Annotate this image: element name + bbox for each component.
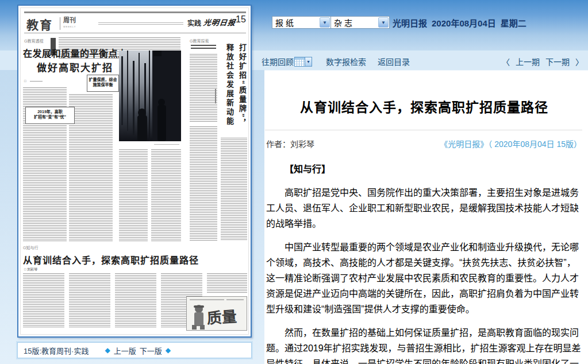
text-column-placeholder [69, 94, 113, 241]
bottom-byline: □ 刘彩琴 [24, 266, 37, 272]
article-meta: 作者：刘彩琴 《光明日报》（ 2020年08月04日 15版） [266, 138, 582, 149]
text-column-placeholder [119, 149, 148, 241]
text-column-placeholder [69, 273, 110, 328]
masthead-section: 教育 [26, 16, 53, 33]
vertical-byline-placeholder [215, 88, 216, 103]
issue-pager: 〈上一期下一期〉 [499, 56, 586, 67]
masthead-brand-logo: 光明日报 [203, 17, 237, 28]
construction-photo [119, 51, 181, 141]
weekly-en-label: WEEKLY [63, 24, 76, 30]
next-page-icon: ◆ [166, 346, 171, 354]
article-body: 【知与行】 高职扩招是党中央、国务院作出的重大决策部署，主要招生对象是进城务工人… [266, 161, 582, 364]
masthead-page-number: 15 [236, 14, 246, 25]
newspaper-select-value: 报 纸 [275, 17, 294, 28]
masthead-rule [24, 11, 246, 13]
page-label: 15版:教育周刊·实践 [24, 345, 89, 356]
magazine-select[interactable]: 杂 志 ▼ [330, 16, 390, 29]
prev-page-icon: ◆ [105, 346, 110, 354]
past-issues-link[interactable]: 往期回顾 [262, 56, 294, 67]
author-name: 刘彩琴 [290, 140, 314, 149]
quality-cartoon: 质量 [186, 296, 247, 331]
next-bracket-icon: 〉 [575, 57, 583, 67]
sub-headline-box1: 2019年，高职 扩招有“变”有“忧” [25, 107, 75, 124]
issue-weekday: 星期二 [501, 18, 526, 28]
section-label-left: G教育透视 [24, 38, 43, 44]
prev-page-link[interactable]: 上一版 [114, 345, 136, 356]
text-column-placeholder [190, 54, 217, 122]
text-column-placeholder [115, 273, 156, 328]
next-page-link[interactable]: 下一版 [140, 345, 162, 356]
magazine-select-value: 杂 志 [334, 17, 352, 28]
next-issue-link[interactable]: 下一期 [545, 57, 570, 67]
column-tag: 【知与行】 [266, 161, 582, 177]
photo-caption-placeholder [154, 144, 179, 146]
calendar-picker-button[interactable]: ▼ [294, 57, 312, 67]
bottom-headline: 从育训结合入手，探索高职扩招质量路径 [23, 253, 199, 266]
text-column-placeholder [190, 126, 217, 241]
cartoon-quality-text: 质量 [206, 308, 237, 327]
section-label-bottom: G知与行 [23, 245, 38, 250]
sub-headline-box2: 扩量保质，综合 施策保平衡 [87, 75, 119, 92]
digital-search-link[interactable]: 数字报检索 [326, 56, 366, 67]
article-title: 从育训结合入手，探索高职扩招质量路径 [264, 96, 584, 116]
sub-headline-placeholder [191, 45, 216, 50]
page-pager-bar: 15版:教育周刊·实践 ◆ 上一版 下一版 ◆ [17, 342, 252, 358]
article-paragraph: 中国产业转型最重要的两个领域是农业产业化和制造业升级换代，无论哪个领域，高技术、… [266, 239, 582, 317]
issue-date: 2020年08月04日 [432, 18, 496, 28]
brand-name: 光明日报 [393, 18, 427, 28]
calendar-icon [294, 57, 305, 67]
page: 报 纸 ▼ 杂 志 ▼ 光明日报2020年08月04日星期二 往期回顾 ▼ 数字… [0, 0, 588, 364]
masthead-weekly: 周刊 WEEKLY [60, 17, 76, 30]
masthead-underline [24, 33, 246, 33]
article-author: 作者：刘彩琴 [266, 138, 314, 149]
vertical-headline: 打好扩招“质量牌”，释放社会发展新动能 [218, 44, 248, 134]
masthead-edition: 实践 [187, 18, 201, 28]
newspaper-select[interactable]: 报 纸 ▼ [272, 16, 331, 29]
newspaper-page-image[interactable]: 教育 周刊 WEEKLY 实践 光明日报 15 G教育透视 G教育探索 在发展和… [20, 7, 249, 335]
text-column-placeholder [221, 138, 247, 241]
article-source-link[interactable]: 《光明日报》（ 2020年08月04日 15版） [440, 138, 582, 149]
brand-date-line: 光明日报2020年08月04日星期二 [393, 17, 531, 29]
calendar-dropdown-icon: ▼ [305, 57, 312, 67]
prev-bracket-icon: 〈 [502, 57, 510, 67]
page-nav: ◆ 上一版 下一版 ◆ [105, 345, 171, 356]
back-to-contents-link[interactable]: 返回目录 [378, 56, 410, 67]
article-paragraph: 高职扩招是党中央、国务院作出的重大决策部署，主要招生对象是进城务工人员、退伍军人… [266, 185, 582, 231]
chevron-down-icon: ▼ [378, 17, 389, 28]
byline-placeholder [30, 81, 43, 83]
text-column-placeholder [151, 149, 181, 241]
byline-mark: □ [24, 79, 26, 83]
main-headline-line2: 做好高职大扩招 [37, 60, 113, 74]
title-divider [265, 130, 582, 130]
prev-issue-link[interactable]: 上一期 [516, 57, 540, 67]
weekly-label: 周刊 [63, 17, 76, 24]
newspaper-page-preview: 教育 周刊 WEEKLY 实践 光明日报 15 G教育透视 G教育探索 在发展和… [17, 5, 252, 338]
text-column-placeholder [207, 273, 247, 294]
masthead-info-placeholder [98, 22, 183, 25]
chevron-down-icon: ▼ [320, 17, 330, 28]
text-column-placeholder [23, 273, 64, 328]
author-label: 作者： [266, 140, 290, 149]
section-label-right: G教育探索 [190, 38, 209, 44]
article-paragraph: 然而，在数量扩招的基础上如何保证质量扩招，是高职教育面临的现实问题。通过2019… [266, 325, 582, 364]
main-headline-line1: 在发展和质量的平衡点上 [23, 46, 128, 60]
